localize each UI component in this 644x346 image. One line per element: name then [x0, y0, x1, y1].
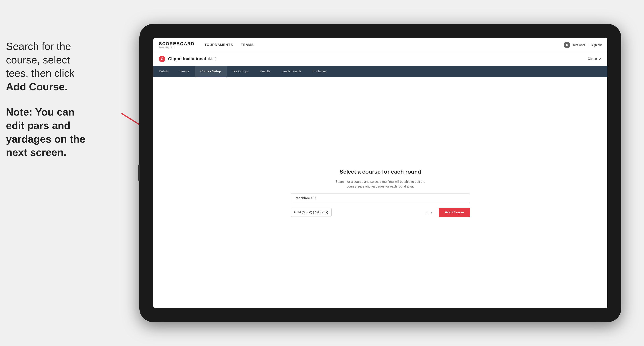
tab-course-setup[interactable]: Course Setup: [195, 66, 226, 77]
course-card-description: Search for a course and select a tee. Yo…: [330, 179, 430, 189]
annotation-line1: Search for the: [6, 40, 71, 52]
tournament-subtitle: (Men): [208, 57, 216, 61]
tee-select[interactable]: Gold (M) (M) (7010 yds): [291, 208, 332, 217]
tournament-header: C Clippd Invitational (Men) Cancel ✕: [153, 52, 607, 66]
annotation-line2: course, select: [6, 54, 70, 66]
close-icon: ✕: [599, 57, 602, 61]
annotation-bold: Add Course.: [6, 81, 68, 92]
logo-title: SCOREBOARD: [159, 41, 194, 46]
tee-select-wrapper: Gold (M) (M) (7010 yds) ▼: [291, 208, 436, 217]
cancel-label: Cancel: [588, 57, 598, 61]
annotation-note4: next screen.: [6, 147, 66, 158]
tab-results[interactable]: Results: [254, 66, 276, 77]
annotation-note1: Note: You can: [6, 106, 75, 118]
main-content: Select a course for each round Search fo…: [153, 77, 607, 308]
tournament-icon: C: [159, 56, 165, 62]
avatar: R: [564, 42, 570, 48]
left-annotation: Search for the course, select tees, then…: [6, 40, 122, 159]
annotation-note2: edit pars and: [6, 120, 70, 131]
tee-select-row: Gold (M) (M) (7010 yds) ▼ Add Course: [291, 208, 470, 217]
top-nav: SCOREBOARD Powered by clippd TOURNAMENTS…: [153, 38, 607, 52]
nav-teams[interactable]: TEAMS: [241, 42, 254, 48]
tablet-device: SCOREBOARD Powered by clippd TOURNAMENTS…: [140, 24, 621, 322]
tab-leaderboards[interactable]: Leaderboards: [276, 66, 307, 77]
logo: SCOREBOARD Powered by clippd: [159, 41, 194, 48]
course-card-title: Select a course for each round: [340, 169, 421, 175]
cancel-button[interactable]: Cancel ✕: [588, 57, 602, 61]
annotation-line3: tees, then click: [6, 67, 74, 79]
add-course-button[interactable]: Add Course: [439, 208, 470, 217]
nav-user: R Test User | Sign out: [564, 42, 602, 48]
chevron-down-icon: ▼: [430, 211, 433, 214]
nav-tournaments[interactable]: TOURNAMENTS: [204, 42, 233, 48]
user-label: Test User: [573, 43, 585, 46]
tab-bar: Details Teams Course Setup Tee Groups Re…: [153, 66, 607, 77]
annotation-note3: yardages on the: [6, 133, 86, 145]
logo-sub: Powered by clippd: [159, 46, 194, 48]
tab-details[interactable]: Details: [153, 66, 174, 77]
tablet-screen: SCOREBOARD Powered by clippd TOURNAMENTS…: [153, 38, 607, 308]
course-search-input[interactable]: [291, 193, 470, 203]
tab-tee-groups[interactable]: Tee Groups: [226, 66, 254, 77]
tab-printables[interactable]: Printables: [307, 66, 332, 77]
nav-links: TOURNAMENTS TEAMS: [204, 42, 564, 48]
tab-teams[interactable]: Teams: [174, 66, 195, 77]
nav-separator: |: [588, 43, 588, 46]
tournament-title: Clippd Invitational: [168, 56, 206, 61]
tablet-side-button: [138, 165, 140, 181]
course-selection-card: Select a course for each round Search fo…: [291, 169, 470, 217]
signout-button[interactable]: Sign out: [591, 43, 602, 46]
